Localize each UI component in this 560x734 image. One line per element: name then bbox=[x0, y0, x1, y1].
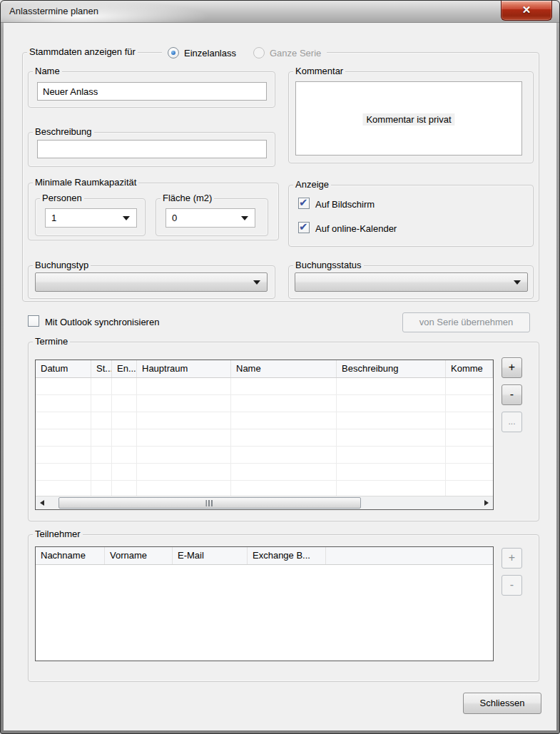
buchungsstatus-dropdown[interactable] bbox=[295, 272, 528, 292]
buchungstyp-group-label: Buchungstyp bbox=[33, 260, 91, 271]
personen-dropdown[interactable]: 1 bbox=[45, 208, 137, 228]
name-input[interactable] bbox=[37, 82, 267, 101]
scrollbar-thumb[interactable] bbox=[58, 497, 361, 509]
radio-icon-einzelanlass bbox=[168, 47, 179, 58]
personen-value: 1 bbox=[51, 209, 56, 227]
radio-ganze-serie: Ganze Serie bbox=[253, 47, 321, 58]
minus-icon: - bbox=[510, 578, 514, 591]
ellipsis-icon: ... bbox=[508, 417, 515, 427]
schliessen-button[interactable]: Schliessen bbox=[463, 693, 541, 714]
grid-column-line bbox=[445, 378, 446, 496]
teilnehmer-table[interactable]: NachnameVornameE-MailExchange B... bbox=[35, 546, 494, 661]
kommentar-group-label: Kommentar bbox=[293, 66, 345, 77]
termine-table-body[interactable] bbox=[36, 378, 493, 496]
raumkapazitaet-group-label: Minimale Raumkapazität bbox=[33, 177, 138, 188]
von-serie-uebernehmen-button: von Serie übernehmen bbox=[402, 312, 530, 332]
flaeche-dropdown[interactable]: 0 bbox=[166, 208, 255, 228]
stammdaten-radio-row: Einzelanlass Ganze Serie bbox=[162, 46, 327, 60]
teilnehmer-group-label: Teilnehmer bbox=[33, 529, 83, 540]
outlook-sync-label: Mit Outlook synchronisieren bbox=[45, 317, 159, 327]
column-header-exchangeb[interactable]: Exchange B... bbox=[248, 547, 326, 565]
plus-icon: + bbox=[509, 361, 515, 373]
chevron-down-icon bbox=[241, 216, 248, 220]
personen-group-label: Personen bbox=[40, 193, 84, 204]
name-group-label: Name bbox=[33, 66, 62, 77]
scrollbar-grip-icon bbox=[206, 500, 214, 506]
grid-column-line bbox=[230, 378, 231, 496]
teilnehmer-table-header: NachnameVornameE-MailExchange B... bbox=[36, 547, 493, 565]
titlebar[interactable]: Anlasstermine planen ✕ bbox=[1, 1, 559, 23]
column-header-st[interactable]: St... bbox=[91, 360, 112, 378]
grid-column-line bbox=[336, 378, 337, 496]
beschreibung-input[interactable] bbox=[37, 140, 267, 158]
column-header-vorname[interactable]: Vorname bbox=[105, 547, 173, 565]
scroll-left-icon[interactable] bbox=[36, 496, 50, 509]
termine-horizontal-scrollbar[interactable] bbox=[36, 496, 493, 509]
termine-group-label: Termine bbox=[33, 336, 70, 347]
termine-more-button: ... bbox=[502, 412, 522, 432]
stammdaten-group-label: Stammdaten anzeigen für bbox=[27, 46, 138, 58]
column-header-beschreibung[interactable]: Beschreibung bbox=[337, 360, 446, 378]
buchungsstatus-group-label: Buchungsstatus bbox=[293, 260, 364, 271]
window-title: Anlasstermine planen bbox=[9, 1, 98, 22]
teilnehmer-remove-button: - bbox=[502, 575, 522, 596]
anzeige-group: Anzeige bbox=[288, 185, 534, 247]
radio-einzelanlass[interactable]: Einzelanlass bbox=[168, 47, 236, 58]
column-header-komme[interactable]: Komme bbox=[446, 360, 493, 378]
termine-table[interactable]: DatumSt...En...HauptraumNameBeschreibung… bbox=[35, 360, 494, 510]
auf-bildschirm-label: Auf Bildschirm bbox=[315, 199, 375, 210]
column-header-en[interactable]: En... bbox=[112, 360, 137, 378]
minus-icon: - bbox=[510, 388, 514, 400]
checkbox-outlook-sync[interactable]: ✔ bbox=[28, 315, 39, 327]
column-header-email[interactable]: E-Mail bbox=[173, 547, 248, 565]
teilnehmer-add-button: + bbox=[502, 548, 522, 569]
von-serie-uebernehmen-label: von Serie übernehmen bbox=[419, 317, 514, 327]
termine-table-header: DatumSt...En...HauptraumNameBeschreibung… bbox=[36, 360, 493, 378]
kommentar-textarea[interactable]: Kommentar ist privat bbox=[295, 81, 522, 156]
close-button[interactable]: ✕ bbox=[501, 1, 552, 21]
chevron-down-icon bbox=[123, 216, 130, 220]
checkmark-icon: ✔ bbox=[299, 220, 308, 233]
grid-column-line bbox=[111, 378, 112, 496]
dialog-window: Anlasstermine planen ✕ Stammdaten anzeig… bbox=[0, 0, 560, 734]
scroll-right-icon[interactable] bbox=[479, 496, 493, 509]
flaeche-group-label: Fläche (m2) bbox=[161, 193, 214, 204]
column-header-datum[interactable]: Datum bbox=[36, 360, 91, 378]
flaeche-value: 0 bbox=[172, 209, 177, 227]
radio-ganze-serie-label: Ganze Serie bbox=[270, 48, 321, 58]
kommentar-privat-label: Kommentar ist privat bbox=[362, 113, 454, 126]
checkmark-icon: ✔ bbox=[299, 196, 308, 209]
close-icon: ✕ bbox=[522, 4, 531, 16]
column-header-name[interactable]: Name bbox=[231, 360, 337, 378]
anzeige-group-label: Anzeige bbox=[293, 179, 331, 190]
chevron-down-icon bbox=[253, 280, 260, 285]
buchungstyp-dropdown[interactable] bbox=[35, 272, 268, 292]
chevron-down-icon bbox=[514, 280, 521, 285]
plus-icon: + bbox=[509, 551, 515, 564]
column-header-nachname[interactable]: Nachname bbox=[36, 547, 105, 565]
beschreibung-group-label: Beschreibung bbox=[33, 126, 94, 138]
checkbox-auf-online-kalender[interactable]: ✔ bbox=[298, 222, 310, 233]
checkbox-auf-bildschirm[interactable]: ✔ bbox=[298, 198, 310, 209]
termine-add-button[interactable]: + bbox=[502, 357, 522, 378]
auf-online-kalender-label: Auf online-Kalender bbox=[315, 223, 397, 234]
radio-icon-ganze-serie bbox=[253, 47, 265, 58]
column-header-hauptraum[interactable]: Hauptraum bbox=[137, 360, 231, 378]
radio-einzelanlass-label: Einzelanlass bbox=[184, 48, 236, 58]
grid-column-line bbox=[91, 378, 91, 496]
grid-column-line bbox=[136, 378, 137, 496]
termine-remove-button[interactable]: - bbox=[502, 384, 522, 405]
schliessen-button-label: Schliessen bbox=[480, 698, 525, 708]
